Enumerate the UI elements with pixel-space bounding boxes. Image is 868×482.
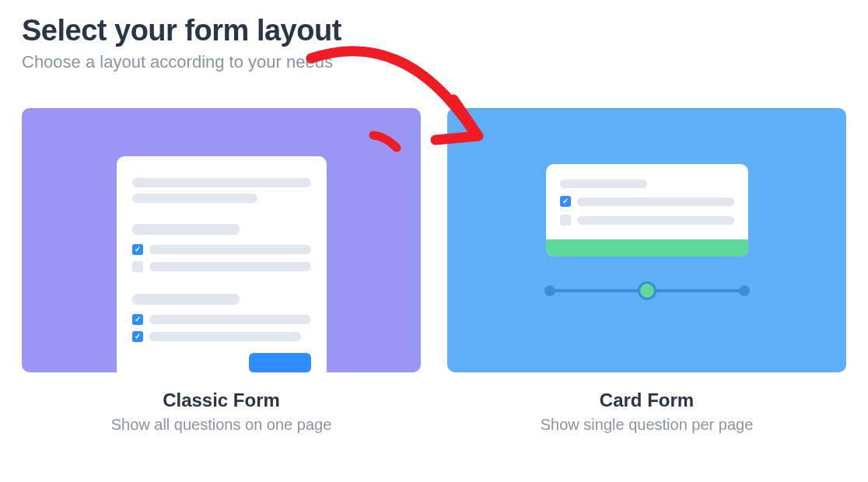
mock-line xyxy=(577,197,734,206)
option-label: Card Form Show single question per page xyxy=(447,389,846,434)
header: Select your form layout Choose a layout … xyxy=(0,0,868,72)
mock-line xyxy=(132,224,240,235)
mock-check-row xyxy=(132,261,311,272)
mock-line xyxy=(149,262,311,271)
checkbox-checked-icon xyxy=(132,244,143,255)
checkbox-checked-icon xyxy=(132,331,143,342)
classic-title: Classic Form xyxy=(22,389,421,411)
checkbox-checked-icon xyxy=(132,314,143,325)
mock-check-row xyxy=(132,331,311,342)
classic-preview xyxy=(22,108,421,372)
checkbox-empty-icon xyxy=(132,261,143,272)
card-desc: Show single question per page xyxy=(447,416,846,434)
mock-line xyxy=(132,194,257,203)
layout-options: Classic Form Show all questions on one p… xyxy=(0,72,868,434)
classic-sheet-mockup xyxy=(117,156,327,372)
option-classic-form[interactable]: Classic Form Show all questions on one p… xyxy=(22,108,421,434)
progress-dot xyxy=(739,285,750,296)
card-sheet-mockup xyxy=(546,164,748,257)
mock-line xyxy=(577,216,734,225)
mock-line xyxy=(132,178,311,187)
card-title: Card Form xyxy=(447,389,846,411)
mock-check-row xyxy=(560,196,734,207)
classic-desc: Show all questions on one page xyxy=(22,416,421,434)
mock-line xyxy=(132,294,240,305)
mock-check-row xyxy=(132,244,311,255)
checkbox-checked-icon xyxy=(560,196,571,207)
progress-dot xyxy=(544,285,555,296)
mock-line xyxy=(560,180,647,188)
mock-check-row xyxy=(560,215,734,225)
mock-submit-button xyxy=(249,353,311,372)
mock-line xyxy=(149,332,302,341)
mock-check-row xyxy=(132,314,311,325)
checkbox-empty-icon xyxy=(560,215,571,225)
progress-dot-active xyxy=(638,281,656,300)
mock-line xyxy=(149,315,311,324)
card-preview xyxy=(447,108,846,372)
page-subtitle: Choose a layout according to your needs xyxy=(22,52,868,72)
option-label: Classic Form Show all questions on one p… xyxy=(22,389,421,434)
mock-card-footer xyxy=(546,239,748,257)
progress-indicator xyxy=(546,289,748,292)
option-card-form[interactable]: Card Form Show single question per page xyxy=(447,108,846,434)
mock-line xyxy=(149,245,311,254)
page-title: Select your form layout xyxy=(22,14,868,47)
